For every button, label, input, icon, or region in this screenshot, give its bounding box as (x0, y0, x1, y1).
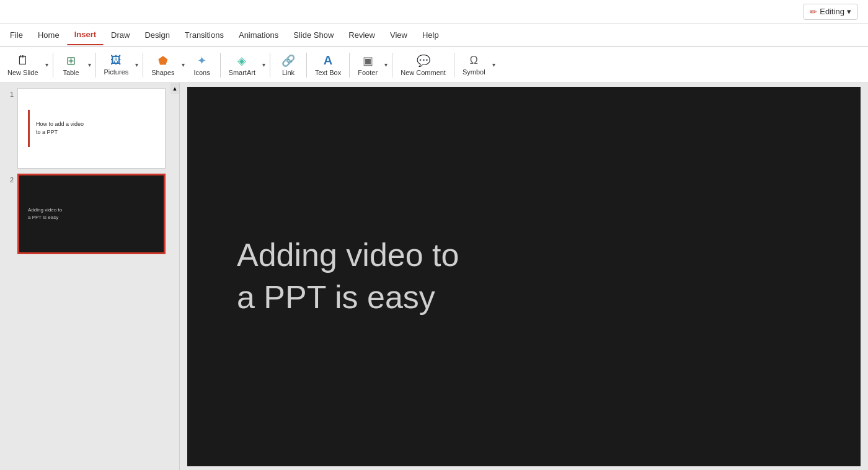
editing-button[interactable]: ✏ Editing ▾ (803, 4, 858, 20)
slide-1-text: How to add a videoto a PPT (36, 120, 84, 136)
canvas-area: Adding video to a PPT is easy (180, 83, 868, 470)
new-comment-button[interactable]: 💬 New Comment (396, 49, 451, 81)
footer-label: Footer (358, 69, 378, 76)
new-slide-dropdown[interactable]: ▾ (43, 49, 50, 81)
sep6 (306, 53, 307, 78)
footer-button[interactable]: ▣ Footer (353, 49, 383, 81)
icons-button[interactable]: ✦ Icons (187, 49, 217, 81)
smartart-button[interactable]: ◈ SmartArt (224, 49, 260, 81)
ribbon: 🗒 New Slide ▾ ⊞ Table ▾ 🖼 Pictures ▾ ⬟ S… (0, 47, 868, 83)
pictures-icon: 🖼 (110, 54, 122, 67)
menu-item-draw[interactable]: Draw (104, 25, 137, 45)
slide-main-text: Adding video to a PPT is easy (237, 234, 459, 318)
menu-item-review[interactable]: Review (341, 25, 383, 45)
pictures-label: Pictures (104, 68, 129, 76)
footer-icon: ▣ (363, 54, 373, 68)
symbol-button[interactable]: Ω Symbol (458, 49, 490, 81)
table-dropdown[interactable]: ▾ (86, 49, 92, 81)
new-slide-icon: 🗒 (17, 53, 29, 68)
text-box-label: Text Box (315, 69, 341, 76)
slide-2-wrapper: 2 Adding video toa PPT is easy (5, 174, 174, 254)
editing-label: Editing (820, 7, 844, 16)
menu-item-design[interactable]: Design (137, 25, 177, 45)
sep9 (454, 53, 454, 78)
symbol-dropdown[interactable]: ▾ (490, 49, 497, 81)
menu-item-home[interactable]: Home (30, 25, 67, 45)
smartart-group: ◈ SmartArt ▾ (224, 49, 267, 81)
slide-2-text: Adding video toa PPT is easy (28, 206, 62, 221)
shapes-button[interactable]: ⬟ Shapes (146, 49, 179, 81)
menu-item-transitions[interactable]: Transitions (177, 25, 231, 45)
slide-text-line2: a PPT is easy (237, 279, 435, 315)
smartart-label: SmartArt (229, 69, 255, 76)
slide-1-accent-line (28, 110, 30, 147)
sep4 (220, 53, 221, 78)
shapes-icon: ⬟ (158, 54, 168, 68)
slide-canvas[interactable]: Adding video to a PPT is easy (187, 87, 861, 466)
shapes-dropdown[interactable]: ▾ (180, 49, 186, 81)
slide-1-content: How to add a videoto a PPT (18, 89, 165, 168)
editing-dropdown-icon: ▾ (847, 7, 851, 16)
icons-icon: ✦ (197, 54, 206, 68)
menu-item-slideshow[interactable]: Slide Show (286, 25, 341, 45)
smartart-icon: ◈ (237, 54, 246, 68)
scroll-up-button[interactable]: ▲ (170, 83, 179, 94)
symbol-icon: Ω (470, 54, 478, 67)
pictures-dropdown[interactable]: ▾ (133, 49, 140, 81)
link-icon: 🔗 (281, 54, 295, 68)
slide-1-wrapper: 1 How to add a videoto a PPT (5, 88, 174, 169)
text-box-button[interactable]: A Text Box (310, 49, 346, 81)
slide-panel: ▲ 1 How to add a videoto a PPT 2 Adding … (0, 83, 180, 470)
link-button[interactable]: 🔗 Link (273, 49, 303, 81)
new-slide-group: 🗒 New Slide ▾ (2, 49, 50, 81)
sep3 (143, 53, 143, 78)
menu-bar: File Home Insert Draw Design Transitions… (0, 24, 868, 47)
shapes-group: ⬟ Shapes ▾ (146, 49, 185, 81)
sep5 (270, 53, 270, 78)
menu-item-file[interactable]: File (2, 25, 30, 45)
slide-2-content: Adding video toa PPT is easy (19, 175, 164, 252)
pictures-button[interactable]: 🖼 Pictures (99, 49, 134, 81)
sep8 (392, 53, 392, 78)
symbol-label: Symbol (463, 68, 485, 76)
new-slide-button[interactable]: 🗒 New Slide (2, 49, 43, 81)
text-box-icon: A (324, 53, 332, 68)
footer-group: ▣ Footer ▾ (353, 49, 389, 81)
symbol-group: Ω Symbol ▾ (458, 49, 497, 81)
smartart-dropdown[interactable]: ▾ (260, 49, 267, 81)
pencil-icon: ✏ (810, 7, 817, 17)
new-comment-label: New Comment (401, 69, 446, 76)
main-area: ▲ 1 How to add a videoto a PPT 2 Adding … (0, 83, 868, 470)
sep2 (95, 53, 96, 78)
table-label: Table (63, 69, 79, 76)
table-button[interactable]: ⊞ Table (56, 49, 86, 81)
new-comment-icon: 💬 (417, 54, 430, 68)
footer-dropdown[interactable]: ▾ (383, 49, 389, 81)
slide-text-line1: Adding video to (237, 237, 459, 273)
title-bar: ✏ Editing ▾ (0, 0, 868, 24)
shapes-label: Shapes (151, 69, 174, 76)
slide-1-thumbnail[interactable]: How to add a videoto a PPT (17, 88, 166, 169)
menu-item-view[interactable]: View (383, 25, 415, 45)
sep1 (53, 53, 53, 78)
menu-item-animations[interactable]: Animations (231, 25, 286, 45)
slide-2-number: 2 (5, 174, 14, 184)
slide-2-thumbnail[interactable]: Adding video toa PPT is easy (17, 174, 166, 254)
menu-item-insert[interactable]: Insert (67, 25, 104, 45)
icons-label: Icons (193, 69, 210, 76)
slide-1-number: 1 (5, 88, 14, 98)
menu-item-help[interactable]: Help (415, 25, 446, 45)
pictures-group: 🖼 Pictures ▾ (99, 49, 140, 81)
table-icon: ⊞ (66, 54, 76, 68)
link-label: Link (282, 69, 294, 76)
sep7 (349, 53, 350, 78)
new-slide-label: New Slide (7, 69, 38, 76)
table-group: ⊞ Table ▾ (56, 49, 92, 81)
